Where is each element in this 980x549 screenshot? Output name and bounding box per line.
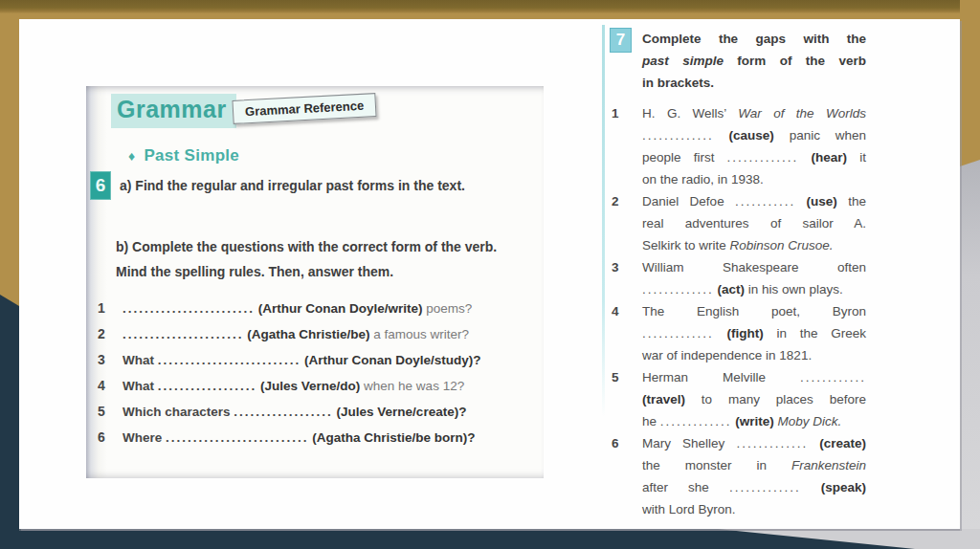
slide: Grammar Grammar Reference ♦ Past Simple … [0,0,980,549]
exercise-6-part-b-text: b) Complete the questions with the corre… [116,234,523,284]
text-segment: (use) [807,194,837,209]
text-segment: What [122,353,158,367]
text-segment: (speak) [821,480,866,494]
text-segment: ...................... [122,327,244,341]
item-text: What .......................... (Arthur … [122,347,481,373]
list-item: 6Mary Shelley ............. (create)the … [610,432,870,520]
text-segment: on the radio, in 1938. [642,172,764,187]
text-segment [798,150,811,165]
text-segment: The English poet, Byron [642,304,866,318]
section-title: Past Simple [144,146,239,165]
item-number: 6 [610,432,634,520]
text-segment: Herman Melville [642,370,800,384]
text-segment: .......................... [166,430,309,445]
text-segment [714,128,729,143]
text-line: Complete the gaps with the [642,28,866,50]
text-segment: poems? [423,301,473,316]
textbook-scan: Grammar Grammar Reference ♦ Past Simple … [86,86,544,478]
text-segment: ............. [736,436,808,450]
text-segment: William Shakespeare often [642,260,866,274]
item-number: 2 [92,321,122,347]
item-number: 3 [610,256,634,300]
text-segment: Mary Shelley [642,436,736,450]
text-line: in brackets. [642,72,866,94]
text-line: Daniel Defoe ........... (use) the [642,190,866,212]
text-segment: after she [642,480,729,494]
text-segment: (Agatha Christie/be born)? [312,430,475,445]
text-segment: ............. [660,414,732,428]
exercise-7-instruction: Complete the gaps with thepast simple fo… [642,28,866,94]
text-line: after she ............. (speak) [642,476,866,498]
text-segment: (Arthur Conan Doyle/study)? [304,353,481,367]
text-segment: Daniel Defoe [642,194,735,209]
text-segment: panic when [774,128,866,143]
text-segment: (Jules Verne/do) [260,379,360,393]
text-segment: with Lord Byron. [642,502,736,516]
text-segment: ........................ [122,301,255,316]
gold-bar-top [0,0,980,19]
exercise-6-part-a-text: a) Find the regular and irregular past f… [120,171,465,200]
text-line: the monster in Frankenstein [642,454,866,476]
text-segment: past simple [642,54,724,68]
item-number: 1 [92,296,122,321]
list-item: 1........................ (Arthur Conan … [92,296,542,321]
grammar-heading: Grammar [111,94,236,128]
text-segment: ............. [727,150,799,165]
item-number: 5 [610,366,634,432]
exercise-6-part-a-row: 6 a) Find the regular and irregular past… [90,171,465,200]
gold-bar-left [0,19,19,306]
text-segment: (Arthur Conan Doyle/write) [258,301,423,316]
text-segment: in brackets. [642,76,714,90]
text-segment: a) Find the regular and irregular past f… [120,178,465,193]
item-text: Mary Shelley ............. (create)the m… [642,432,866,520]
text-segment: Moby Dick. [778,414,842,428]
text-segment: it [847,150,866,165]
text-segment: the monster in [642,458,791,472]
text-segment: Which characters [122,405,234,419]
text-line: H. G. Wells’ War of the Worlds [642,102,866,124]
text-segment: (act) [718,282,746,296]
item-number: 6 [92,425,122,450]
text-line: ............. (cause) panic when [642,124,866,146]
gold-bar-right [960,0,980,166]
text-line: Selkirk to write Robinson Crusoe. [642,234,866,256]
item-text: Herman Melville ............(travel) to … [642,366,866,432]
list-item: 2Daniel Defoe ........... (use) thereal … [610,190,870,256]
text-segment: ............. [642,282,714,296]
teal-divider-line [602,25,605,417]
text-segment: Selkirk to write [642,238,730,253]
text-segment: ............. [729,480,801,494]
text-segment: form of the verb [724,54,866,68]
item-number: 4 [92,373,122,399]
text-segment: (write) [735,414,774,428]
item-text: The English poet, Byron............. (fi… [642,300,866,366]
item-number: 3 [92,347,122,373]
text-line: on the radio, in 1938. [642,168,866,190]
text-segment: .................. [158,379,257,393]
text-segment: real adventures of sailor A. [642,216,866,231]
list-item: 4The English poet, Byron............. (f… [610,300,870,366]
text-segment: .......................... [158,353,301,367]
exercise-6-badge: 6 [90,171,111,200]
list-item: 1H. G. Wells’ War of the Worlds.........… [610,102,870,190]
text-segment: (travel) [642,392,685,406]
text-segment: (Agatha Christie/be) [247,327,369,341]
text-line: Herman Melville ............ [642,366,866,388]
text-segment [714,326,727,340]
exercise-7-header: 7 Complete the gaps with thepast simple … [610,28,870,94]
exercise-7-badge: 7 [610,28,632,53]
text-segment: (fight) [727,326,764,340]
item-text: What .................. (Jules Verne/do)… [122,373,464,399]
list-item: 5Herman Melville ............(travel) to… [610,366,870,432]
text-segment: (cause) [729,128,774,143]
text-line: real adventures of sailor A. [642,212,866,234]
text-segment: (Jules Verne/create)? [337,405,467,419]
diamond-bullet-icon: ♦ [128,149,135,163]
grammar-heading-row: Grammar Grammar Reference [111,94,376,128]
text-segment [808,436,819,450]
text-line: Mary Shelley ............. (create) [642,432,866,454]
grammar-reference-tab: Grammar Reference [232,93,376,124]
text-segment: (create) [819,436,866,450]
text-segment: ........... [735,194,795,209]
text-segment: ............ [800,370,866,384]
